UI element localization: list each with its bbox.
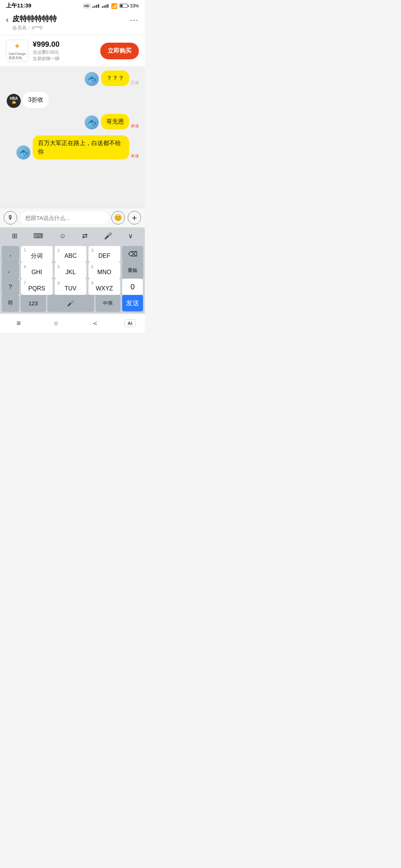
key-send[interactable]: 发送	[122, 295, 143, 311]
avatar: 🐟	[16, 145, 30, 160]
product-chat-hint: 交易前聊一聊	[33, 56, 96, 62]
ai-button[interactable]: Ai	[124, 319, 136, 327]
message-status: 未读	[131, 123, 139, 129]
message-status: 未读	[131, 153, 139, 159]
back-nav-button[interactable]: ＜	[84, 317, 106, 330]
keyboard-cursor-button[interactable]: ⇄	[79, 230, 91, 241]
message-group-1: 已读 ？？？ 🐟	[4, 70, 140, 86]
key-symbols[interactable]: 符	[2, 295, 19, 311]
product-card: ✦ StarCharge星星充电 ¥999.00 含运费0.00元 交易前聊一聊…	[0, 35, 145, 67]
message-input[interactable]	[20, 211, 108, 224]
message-bubble: 3折收	[23, 92, 49, 108]
message-group-2: HBA 🤲 3折收	[4, 92, 140, 108]
key-7-pqrs[interactable]: 7 PQRS	[21, 279, 53, 295]
message-group-3: 未读 哥无恩 🐟	[4, 114, 140, 129]
key-period[interactable]: 。	[2, 262, 19, 279]
status-bar: 上午11:39 HD 📶 33%	[0, 0, 145, 11]
key-8-tuv[interactable]: 8 TUV	[55, 279, 87, 295]
message-status: 已读	[131, 80, 139, 85]
bottom-nav: ≡ ○ ＜ Ai	[0, 313, 145, 333]
status-time: 上午11:39	[6, 2, 31, 9]
keyboard-row-1: ， 1 分词 2 ABC 3 DEF ⌫	[1, 246, 144, 262]
key-question[interactable]: ？	[2, 279, 19, 295]
key-9-wxyz[interactable]: 9 WXYZ	[88, 279, 120, 295]
keyboard-row-2: 。 4 GHI 5 JKL 6 MNO 重输	[1, 262, 144, 279]
message-bubble: ？？？	[101, 70, 129, 86]
more-options-button[interactable]: ＋	[128, 211, 141, 224]
status-icons: HD 📶 33%	[83, 3, 139, 9]
key-0[interactable]: 0	[122, 279, 143, 295]
avatar: HBA 🤲	[7, 94, 21, 108]
product-price: ¥999.00	[33, 40, 96, 49]
signal-icon	[92, 4, 99, 8]
battery-icon	[120, 4, 128, 8]
key-5-jkl[interactable]: 5 JKL	[55, 262, 87, 279]
keyboard-switch-button[interactable]: ⌨	[30, 230, 46, 241]
message-bubble: 哥无恩	[101, 114, 129, 129]
buy-button[interactable]: 立即购买	[100, 43, 139, 59]
message-bubble: 百万大军正在路上，白送都不给你	[33, 135, 129, 160]
nav-header: ‹ 皮特特特特特 会员名：x***0 ···	[0, 11, 145, 35]
emoji-button[interactable]: 😊	[111, 211, 125, 224]
message-group-4: 未读 百万大军正在路上，白送都不给你 🐟	[4, 135, 140, 160]
key-4-ghi[interactable]: 4 GHI	[21, 262, 53, 279]
nav-title-group: 皮特特特特特 会员名：x***0	[12, 14, 130, 31]
key-2-abc[interactable]: 2 ABC	[55, 246, 87, 262]
more-button[interactable]: ···	[130, 15, 139, 25]
message-row: 已读 ？？？ 🐟	[4, 70, 140, 86]
key-lang-switch[interactable]: 中/英	[96, 295, 121, 311]
key-comma[interactable]: ，	[2, 246, 19, 262]
key-space[interactable]: 🎤	[48, 295, 94, 311]
wifi-signal-icon	[102, 4, 108, 8]
keyboard-toolbar: ⊞ ⌨ ☺ ⇄ 🎤 ∨	[0, 227, 145, 244]
key-1-fenci[interactable]: 1 分词	[21, 246, 53, 262]
menu-button[interactable]: ≡	[9, 318, 28, 329]
product-brand: StarCharge星星充电	[9, 52, 26, 60]
product-shipping: 含运费0.00元	[33, 49, 96, 56]
avatar: 🐟	[85, 115, 99, 129]
keyboard-grid-button[interactable]: ⊞	[9, 230, 20, 241]
keyboard: ， 1 分词 2 ABC 3 DEF ⌫ 。 4 GHI	[0, 244, 145, 313]
key-reset[interactable]: 重输	[122, 262, 143, 279]
product-info: ¥999.00 含运费0.00元 交易前聊一聊	[33, 40, 96, 62]
battery-percent: 33%	[130, 3, 139, 9]
wifi-icon: 📶	[111, 3, 117, 9]
key-3-def[interactable]: 3 DEF	[88, 246, 120, 262]
keyboard-bottom-row: 符 123 🎤 中/英 发送	[1, 295, 144, 311]
key-backspace[interactable]: ⌫	[122, 246, 143, 262]
back-button[interactable]: ‹	[6, 15, 9, 25]
keyboard-emoji-button[interactable]: ☺	[56, 231, 69, 241]
starcharge-icon: ✦	[14, 42, 20, 51]
home-button[interactable]: ○	[46, 318, 66, 329]
product-logo: ✦ StarCharge星星充电	[6, 40, 28, 62]
keyboard-collapse-button[interactable]: ∨	[125, 230, 136, 241]
keyboard-mic-button[interactable]: 🎤	[101, 230, 115, 241]
voice-input-button[interactable]: 🎙	[4, 211, 17, 224]
message-row: 未读 哥无恩 🐟	[4, 114, 140, 129]
message-row: HBA 🤲 3折收	[4, 92, 140, 108]
input-area: 🎙 😊 ＋	[0, 208, 145, 227]
chat-area: 已读 ？？？ 🐟 HBA 🤲 3折收 未读 哥无恩 🐟 未读 百万大军正在路上，…	[0, 67, 145, 208]
key-123[interactable]: 123	[21, 295, 46, 311]
member-name: 会员名：x***0	[12, 24, 130, 31]
keyboard-row-3: ？ 7 PQRS 8 TUV 9 WXYZ 0	[1, 279, 144, 295]
message-row: 未读 百万大军正在路上，白送都不给你 🐟	[4, 135, 140, 160]
page-title: 皮特特特特特	[12, 14, 130, 24]
avatar: 🐟	[85, 72, 99, 86]
key-6-mno[interactable]: 6 MNO	[88, 262, 120, 279]
hd-badge: HD	[83, 4, 90, 8]
